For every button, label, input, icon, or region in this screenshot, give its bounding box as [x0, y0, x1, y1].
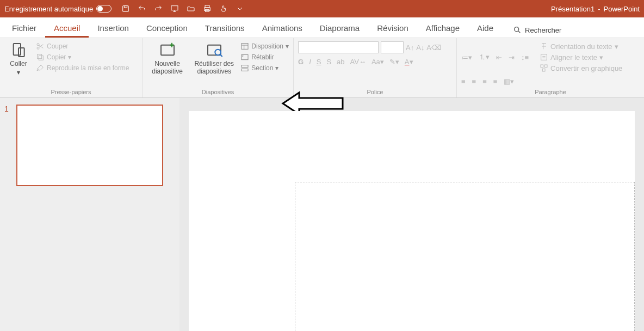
reset-button[interactable]: Rétablir — [240, 52, 289, 62]
reuse-slides-button[interactable]: Réutiliser des diapositives — [191, 41, 237, 75]
clear-format-icon[interactable]: A⌫ — [426, 44, 441, 52]
group-slides: Nouvelle diapositive Réutiliser des diap… — [143, 38, 294, 97]
svg-point-15 — [215, 50, 221, 56]
reuse-slides-icon — [206, 41, 223, 59]
strike-button[interactable]: S — [326, 58, 331, 66]
smartart-icon — [540, 64, 548, 72]
slideshow-icon[interactable] — [170, 4, 179, 13]
tab-affichage[interactable]: Affichage — [417, 19, 468, 38]
highlight-button[interactable]: ✎▾ — [389, 58, 399, 66]
tab-insertion[interactable]: Insertion — [89, 19, 138, 38]
tab-aide[interactable]: Aide — [468, 19, 502, 38]
text-direction-label: Orientation du texte — [550, 42, 612, 51]
svg-rect-7 — [14, 44, 21, 55]
app-name: PowerPoint — [604, 5, 640, 13]
layout-icon — [240, 42, 249, 51]
cut-label: Couper — [47, 42, 68, 50]
decrease-font-icon[interactable]: A↓ — [416, 44, 424, 52]
font-color-button[interactable]: A▾ — [405, 58, 413, 66]
svg-rect-23 — [542, 69, 545, 71]
open-icon[interactable] — [187, 4, 195, 13]
reset-label: Rétablir — [251, 53, 274, 61]
chevron-down-icon: ▾ — [286, 42, 289, 50]
font-size-input[interactable] — [381, 41, 404, 53]
svg-rect-20 — [541, 54, 547, 60]
tab-accueil[interactable]: Accueil — [45, 19, 89, 38]
indent-button[interactable]: ⇥ — [509, 53, 515, 62]
paste-button[interactable]: Coller ▾ — [4, 41, 33, 76]
slide-thumbnails-panel[interactable]: 1 — [0, 98, 179, 331]
bold-button[interactable]: G — [298, 58, 304, 66]
case-button[interactable]: Aa▾ — [371, 58, 384, 66]
font-family-input[interactable] — [298, 41, 379, 53]
copy-button[interactable]: Copier ▾ — [36, 52, 129, 62]
line-spacing-button[interactable]: ↕≡ — [521, 53, 529, 62]
increase-font-icon[interactable]: A↑ — [406, 44, 414, 52]
section-button[interactable]: Section ▾ — [240, 63, 289, 73]
bullets-button[interactable]: ≔▾ — [461, 53, 472, 62]
scissors-icon — [36, 42, 45, 51]
save-icon[interactable] — [121, 4, 130, 13]
slide-editor[interactable]: Cliquez pour — [179, 98, 644, 331]
section-label: Section — [251, 64, 273, 72]
svg-rect-19 — [242, 69, 248, 71]
svg-rect-3 — [205, 5, 209, 8]
format-painter-label: Reproduire la mise en forme — [47, 64, 129, 72]
title-right: Présentation1 - PowerPoint — [551, 5, 640, 13]
align-text-icon — [540, 53, 548, 62]
text-direction-button[interactable]: Orientation du texte▾ — [540, 41, 622, 51]
more-icon[interactable] — [236, 4, 244, 13]
print-icon[interactable] — [203, 4, 212, 13]
paste-label: Coller — [10, 60, 27, 68]
tab-revision[interactable]: Révision — [368, 19, 417, 38]
italic-button[interactable]: I — [309, 58, 311, 66]
group-font-label: Police — [298, 88, 452, 96]
group-paragraph: ≔▾ ⒈▾ ⇤ ⇥ ↕≡ Orientation du texte▾ Align… — [457, 38, 644, 97]
layout-label: Disposition — [251, 42, 283, 50]
align-left-button[interactable]: ≡ — [461, 77, 466, 85]
autosave-toggle[interactable] — [96, 5, 112, 13]
slide-thumb-1[interactable]: 1 — [4, 105, 174, 186]
slide-number: 1 — [4, 105, 12, 186]
slide-canvas[interactable]: Cliquez pour — [189, 111, 635, 331]
cut-button[interactable]: Couper — [36, 41, 129, 51]
layout-button[interactable]: Disposition ▾ — [240, 41, 289, 51]
format-painter-button[interactable]: Reproduire la mise en forme — [36, 63, 129, 73]
align-center-button[interactable]: ≡ — [472, 77, 476, 85]
search-button[interactable]: Rechercher — [507, 21, 567, 38]
align-text-button[interactable]: Aligner le texte▾ — [540, 52, 622, 62]
ribbon-tabs: Fichier Accueil Insertion Conception Tra… — [0, 17, 644, 38]
columns-button[interactable]: ▥▾ — [504, 77, 514, 85]
tab-fichier[interactable]: Fichier — [3, 19, 45, 38]
group-slides-label: Diapositives — [147, 88, 289, 96]
tab-conception[interactable]: Conception — [138, 19, 196, 38]
tab-transitions[interactable]: Transitions — [196, 19, 253, 38]
copy-icon — [36, 53, 45, 62]
new-slide-button[interactable]: Nouvelle diapositive — [147, 41, 188, 75]
chevron-down-icon: ▾ — [68, 53, 71, 61]
convert-smartart-button[interactable]: Convertir en graphique — [540, 63, 622, 73]
tab-diaporama[interactable]: Diaporama — [311, 19, 368, 38]
slide-thumbnail[interactable] — [16, 105, 163, 186]
svg-rect-18 — [242, 65, 248, 68]
redo-icon[interactable] — [154, 4, 163, 13]
touch-icon[interactable] — [219, 4, 228, 13]
spacing-button[interactable]: AV↔ — [350, 58, 366, 66]
svg-rect-1 — [125, 6, 127, 8]
title-placeholder[interactable]: Cliquez pour — [295, 182, 635, 331]
reuse-slides-label: Réutiliser des diapositives — [191, 60, 237, 75]
new-slide-icon — [159, 41, 176, 59]
group-clipboard-label: Presse-papiers — [4, 88, 138, 96]
paste-icon — [10, 41, 27, 59]
outdent-button[interactable]: ⇤ — [496, 53, 502, 62]
svg-point-6 — [515, 27, 519, 32]
align-right-button[interactable]: ≡ — [482, 77, 487, 85]
undo-icon[interactable] — [138, 4, 146, 13]
justify-button[interactable]: ≡ — [493, 77, 498, 85]
svg-rect-0 — [123, 6, 129, 12]
shadow-button[interactable]: ab — [337, 58, 344, 66]
autosave-control[interactable]: Enregistrement automatique — [4, 5, 112, 13]
numbers-button[interactable]: ⒈▾ — [479, 52, 490, 62]
underline-button[interactable]: S — [317, 58, 321, 66]
tab-animations[interactable]: Animations — [253, 19, 311, 38]
